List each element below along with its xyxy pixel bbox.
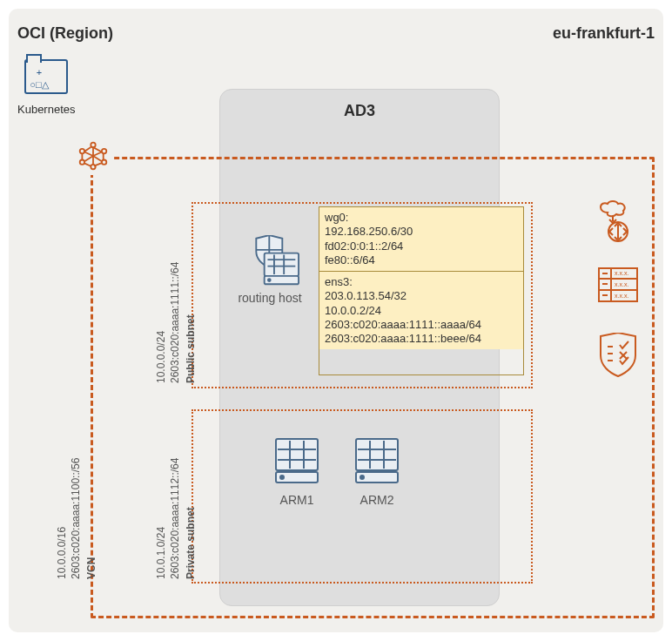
svg-rect-13 bbox=[276, 439, 318, 470]
kubernetes-label: Kubernetes bbox=[17, 103, 76, 116]
private-subnet-label: Private subnet bbox=[185, 507, 197, 579]
svg-text:x.x.x.: x.x.x. bbox=[615, 281, 628, 287]
routing-host-interfaces: wg0: 192.168.250.6/30 fd02:0:0:1::2/64 f… bbox=[319, 206, 524, 375]
ad-title: AD3 bbox=[220, 102, 499, 120]
routing-host-icon bbox=[243, 235, 297, 286]
svg-text:x.x.x.: x.x.x. bbox=[615, 270, 628, 276]
svg-point-2 bbox=[102, 160, 106, 165]
arm-host: ARM2 bbox=[354, 437, 400, 507]
iface-ens3-line: 2603:c020:aaaa:1111::beee/64 bbox=[325, 332, 518, 346]
public-subnet-cidr-v6: 2603:c020:aaaa:1111::/64 bbox=[169, 262, 181, 383]
iface-wg0: wg0: 192.168.250.6/30 fd02:0:0:1::2/64 f… bbox=[319, 207, 523, 272]
routing-host-label: routing host bbox=[235, 291, 305, 305]
arm-hosts: ARM1 ARM2 bbox=[274, 437, 400, 507]
kubernetes-block: +○□△ Kubernetes bbox=[17, 59, 76, 116]
side-icons: x.x.x. x.x.x. x.x.x. bbox=[597, 200, 639, 374]
diagram-canvas: OCI (Region) eu-frankfurt-1 +○□△ Kuberne… bbox=[9, 9, 663, 632]
private-subnet-cidr-v4: 10.0.1.0/24 bbox=[155, 527, 167, 579]
server-icon bbox=[274, 437, 319, 486]
iface-ens3: ens3: 203.0.113.54/32 10.0.0.2/24 2603:c… bbox=[319, 272, 523, 349]
svg-rect-6 bbox=[265, 253, 299, 276]
internet-gateway-icon bbox=[597, 200, 639, 242]
svg-point-1 bbox=[102, 149, 106, 153]
routing-host: routing host bbox=[235, 235, 305, 305]
svg-point-26 bbox=[360, 476, 364, 479]
kubernetes-icon: +○□△ bbox=[24, 59, 68, 94]
server-icon bbox=[354, 437, 400, 486]
iface-ens3-title: ens3: bbox=[325, 275, 518, 289]
region-id: eu-frankfurt-1 bbox=[553, 24, 655, 43]
svg-point-0 bbox=[91, 143, 95, 147]
arm-label: ARM1 bbox=[274, 493, 319, 507]
arm-label: ARM2 bbox=[354, 493, 400, 507]
svg-point-12 bbox=[268, 279, 271, 281]
private-subnet-cidr-v6: 2603:c020:aaaa:1112::/64 bbox=[169, 458, 181, 579]
iface-wg0-line: 192.168.250.6/30 bbox=[325, 225, 518, 239]
iface-ens3-line: 2603:c020:aaaa:1111::aaaa/64 bbox=[325, 318, 518, 332]
vcn-cidr-v4: 10.0.0.0/16 bbox=[56, 527, 68, 579]
vcn-cidr-v6: 2603:c020:aaaa:1100::/56 bbox=[70, 458, 82, 579]
vcn-icon bbox=[74, 137, 112, 175]
public-subnet-label: Public subnet bbox=[185, 314, 197, 383]
security-list-icon bbox=[597, 333, 639, 374]
iface-wg0-title: wg0: bbox=[325, 211, 518, 225]
vcn-label: VCN bbox=[85, 557, 97, 579]
iface-ens3-line: 10.0.0.2/24 bbox=[325, 304, 518, 318]
svg-point-19 bbox=[280, 476, 284, 479]
iface-wg0-line: fd02:0:0:1::2/64 bbox=[325, 240, 518, 253]
arm-host: ARM1 bbox=[274, 437, 319, 507]
route-table-icon: x.x.x. x.x.x. x.x.x. bbox=[597, 267, 639, 308]
iface-ens3-line: 203.0.113.54/32 bbox=[325, 289, 518, 303]
region-label: OCI (Region) bbox=[17, 24, 113, 43]
svg-text:x.x.x.: x.x.x. bbox=[615, 293, 628, 299]
iface-wg0-line: fe80::6/64 bbox=[325, 253, 518, 267]
svg-rect-20 bbox=[356, 439, 398, 470]
public-subnet-cidr-v4: 10.0.0.0/24 bbox=[155, 331, 167, 383]
